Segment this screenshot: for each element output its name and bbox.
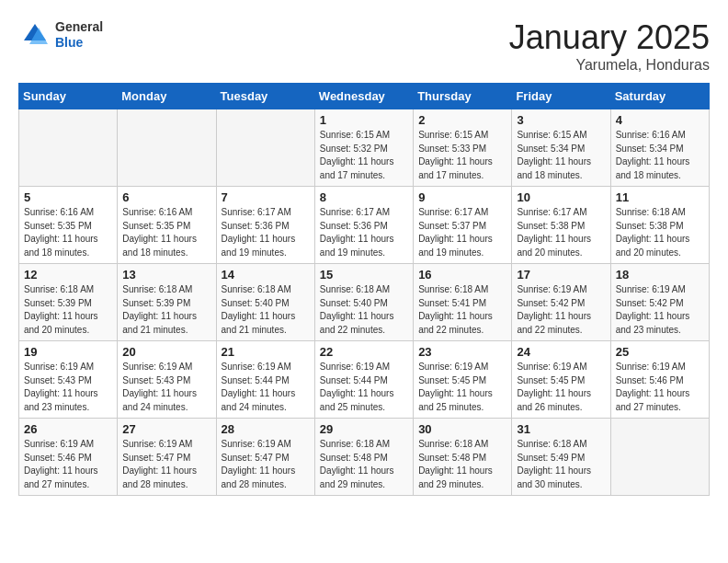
day-header-friday: Friday — [512, 84, 610, 109]
day-header-wednesday: Wednesday — [314, 84, 413, 109]
day-info: Sunrise: 6:15 AM Sunset: 5:32 PM Dayligh… — [320, 129, 408, 182]
day-header-monday: Monday — [118, 84, 216, 109]
calendar-cell: 26Sunrise: 6:19 AM Sunset: 5:46 PM Dayli… — [19, 419, 118, 496]
calendar-cell: 13Sunrise: 6:18 AM Sunset: 5:39 PM Dayli… — [118, 264, 216, 341]
calendar-cell: 3Sunrise: 6:15 AM Sunset: 5:34 PM Daylig… — [512, 109, 610, 187]
day-number: 30 — [418, 422, 506, 436]
day-info: Sunrise: 6:19 AM Sunset: 5:47 PM Dayligh… — [222, 438, 310, 491]
calendar-week-row: 5Sunrise: 6:16 AM Sunset: 5:35 PM Daylig… — [19, 187, 710, 264]
day-info: Sunrise: 6:18 AM Sunset: 5:41 PM Dayligh… — [418, 283, 506, 337]
day-number: 3 — [517, 113, 605, 127]
day-info: Sunrise: 6:19 AM Sunset: 5:44 PM Dayligh… — [320, 361, 408, 414]
logo-text: General Blue — [55, 19, 103, 51]
day-info: Sunrise: 6:19 AM Sunset: 5:45 PM Dayligh… — [517, 361, 605, 414]
calendar-cell: 1Sunrise: 6:15 AM Sunset: 5:32 PM Daylig… — [314, 109, 413, 187]
calendar-cell: 20Sunrise: 6:19 AM Sunset: 5:43 PM Dayli… — [118, 341, 216, 419]
calendar-cell: 22Sunrise: 6:19 AM Sunset: 5:44 PM Dayli… — [314, 341, 413, 419]
calendar-cell: 25Sunrise: 6:19 AM Sunset: 5:46 PM Dayli… — [610, 341, 709, 419]
calendar-cell: 16Sunrise: 6:18 AM Sunset: 5:41 PM Dayli… — [414, 264, 512, 341]
logo-blue: Blue — [55, 35, 103, 51]
day-number: 5 — [24, 190, 112, 204]
day-info: Sunrise: 6:19 AM Sunset: 5:43 PM Dayligh… — [122, 361, 210, 414]
day-number: 8 — [320, 190, 408, 204]
calendar-cell: 6Sunrise: 6:16 AM Sunset: 5:35 PM Daylig… — [118, 187, 216, 264]
day-header-sunday: Sunday — [19, 84, 118, 109]
logo-general: General — [55, 19, 103, 35]
day-number: 17 — [517, 268, 605, 282]
calendar-cell: 5Sunrise: 6:16 AM Sunset: 5:35 PM Daylig… — [19, 187, 118, 264]
calendar-cell — [216, 109, 314, 187]
day-info: Sunrise: 6:19 AM Sunset: 5:42 PM Dayligh… — [616, 283, 704, 337]
calendar-cell: 19Sunrise: 6:19 AM Sunset: 5:43 PM Dayli… — [19, 341, 118, 419]
day-info: Sunrise: 6:17 AM Sunset: 5:38 PM Dayligh… — [517, 206, 605, 259]
calendar-cell: 30Sunrise: 6:18 AM Sunset: 5:48 PM Dayli… — [414, 419, 512, 496]
day-number: 23 — [418, 345, 506, 359]
day-header-tuesday: Tuesday — [216, 84, 314, 109]
calendar-week-row: 26Sunrise: 6:19 AM Sunset: 5:46 PM Dayli… — [19, 419, 710, 496]
day-number: 27 — [122, 422, 210, 436]
day-number: 24 — [517, 345, 605, 359]
calendar-cell: 11Sunrise: 6:18 AM Sunset: 5:38 PM Dayli… — [610, 187, 709, 264]
day-number: 10 — [517, 190, 605, 204]
calendar-cell: 28Sunrise: 6:19 AM Sunset: 5:47 PM Dayli… — [216, 419, 314, 496]
day-info: Sunrise: 6:18 AM Sunset: 5:40 PM Dayligh… — [320, 283, 408, 337]
day-info: Sunrise: 6:18 AM Sunset: 5:48 PM Dayligh… — [418, 438, 506, 491]
day-info: Sunrise: 6:19 AM Sunset: 5:45 PM Dayligh… — [418, 361, 506, 414]
calendar-cell — [118, 109, 216, 187]
day-info: Sunrise: 6:17 AM Sunset: 5:37 PM Dayligh… — [418, 206, 506, 259]
day-number: 13 — [122, 268, 210, 282]
day-number: 12 — [24, 268, 112, 282]
day-info: Sunrise: 6:18 AM Sunset: 5:39 PM Dayligh… — [24, 283, 112, 337]
calendar-cell — [610, 419, 709, 496]
logo: General Blue — [18, 18, 103, 52]
day-info: Sunrise: 6:19 AM Sunset: 5:46 PM Dayligh… — [616, 361, 704, 414]
calendar-cell: 7Sunrise: 6:17 AM Sunset: 5:36 PM Daylig… — [216, 187, 314, 264]
calendar-cell: 18Sunrise: 6:19 AM Sunset: 5:42 PM Dayli… — [610, 264, 709, 341]
calendar-cell: 17Sunrise: 6:19 AM Sunset: 5:42 PM Dayli… — [512, 264, 610, 341]
day-info: Sunrise: 6:19 AM Sunset: 5:43 PM Dayligh… — [24, 361, 112, 414]
day-number: 7 — [222, 190, 310, 204]
day-number: 28 — [222, 422, 310, 436]
day-number: 20 — [122, 345, 210, 359]
calendar-cell: 15Sunrise: 6:18 AM Sunset: 5:40 PM Dayli… — [314, 264, 413, 341]
calendar-cell: 29Sunrise: 6:18 AM Sunset: 5:48 PM Dayli… — [314, 419, 413, 496]
day-info: Sunrise: 6:18 AM Sunset: 5:40 PM Dayligh… — [222, 283, 310, 337]
day-number: 4 — [616, 113, 704, 127]
calendar-cell: 12Sunrise: 6:18 AM Sunset: 5:39 PM Dayli… — [19, 264, 118, 341]
day-info: Sunrise: 6:18 AM Sunset: 5:38 PM Dayligh… — [616, 206, 704, 259]
day-info: Sunrise: 6:15 AM Sunset: 5:34 PM Dayligh… — [517, 129, 605, 182]
calendar-cell: 9Sunrise: 6:17 AM Sunset: 5:37 PM Daylig… — [414, 187, 512, 264]
day-number: 9 — [418, 190, 506, 204]
day-number: 11 — [616, 190, 704, 204]
calendar-week-row: 1Sunrise: 6:15 AM Sunset: 5:32 PM Daylig… — [19, 109, 710, 187]
calendar-cell: 8Sunrise: 6:17 AM Sunset: 5:36 PM Daylig… — [314, 187, 413, 264]
calendar-cell: 14Sunrise: 6:18 AM Sunset: 5:40 PM Dayli… — [216, 264, 314, 341]
calendar-cell: 31Sunrise: 6:18 AM Sunset: 5:49 PM Dayli… — [512, 419, 610, 496]
day-number: 26 — [24, 422, 112, 436]
day-info: Sunrise: 6:17 AM Sunset: 5:36 PM Dayligh… — [222, 206, 310, 259]
day-info: Sunrise: 6:16 AM Sunset: 5:35 PM Dayligh… — [24, 206, 112, 259]
day-number: 21 — [222, 345, 310, 359]
day-info: Sunrise: 6:19 AM Sunset: 5:44 PM Dayligh… — [222, 361, 310, 414]
day-info: Sunrise: 6:17 AM Sunset: 5:36 PM Dayligh… — [320, 206, 408, 259]
calendar-cell: 21Sunrise: 6:19 AM Sunset: 5:44 PM Dayli… — [216, 341, 314, 419]
calendar-cell: 27Sunrise: 6:19 AM Sunset: 5:47 PM Dayli… — [118, 419, 216, 496]
day-header-saturday: Saturday — [610, 84, 709, 109]
day-number: 18 — [616, 268, 704, 282]
calendar-cell — [19, 109, 118, 187]
day-number: 2 — [418, 113, 506, 127]
day-number: 1 — [320, 113, 408, 127]
calendar-header-row: SundayMondayTuesdayWednesdayThursdayFrid… — [19, 84, 710, 109]
day-number: 25 — [616, 345, 704, 359]
day-number: 15 — [320, 268, 408, 282]
page-header: General Blue January 2025 Yarumela, Hond… — [18, 18, 710, 74]
day-header-thursday: Thursday — [414, 84, 512, 109]
day-info: Sunrise: 6:19 AM Sunset: 5:47 PM Dayligh… — [122, 438, 210, 491]
calendar-table: SundayMondayTuesdayWednesdayThursdayFrid… — [18, 83, 710, 496]
day-number: 31 — [517, 422, 605, 436]
day-number: 6 — [122, 190, 210, 204]
title-block: January 2025 Yarumela, Honduras — [509, 18, 710, 74]
calendar-week-row: 12Sunrise: 6:18 AM Sunset: 5:39 PM Dayli… — [19, 264, 710, 341]
calendar-cell: 4Sunrise: 6:16 AM Sunset: 5:34 PM Daylig… — [610, 109, 709, 187]
day-info: Sunrise: 6:16 AM Sunset: 5:34 PM Dayligh… — [616, 129, 704, 182]
